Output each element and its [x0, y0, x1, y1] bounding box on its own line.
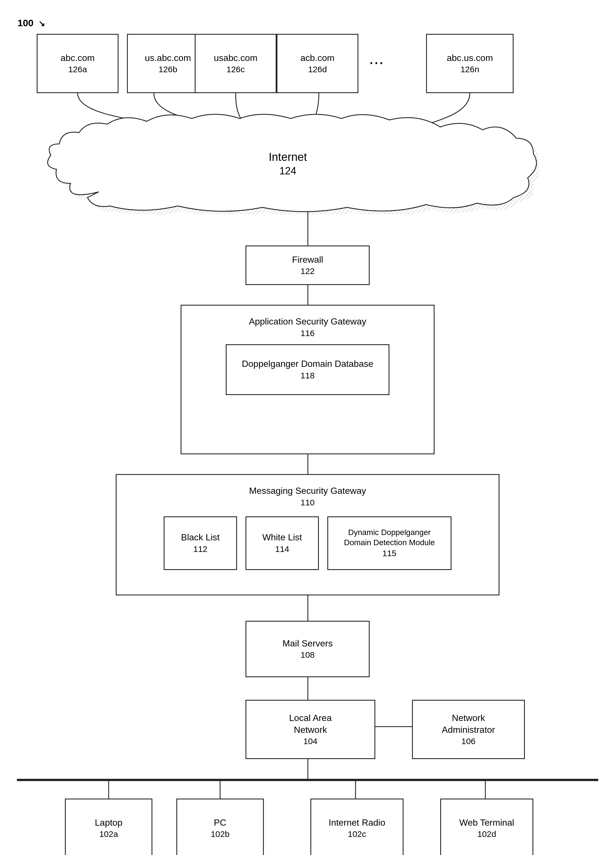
msg-sec-gateway-box: Messaging Security Gateway 110 Black Lis…	[116, 474, 500, 595]
web-terminal-box: Web Terminal 102d	[440, 798, 533, 855]
internet-cloud: Internet 124	[37, 104, 539, 215]
net-admin-box: Network Administrator 106	[412, 700, 525, 759]
domain-box-126n: abc.us.com 126n	[426, 34, 513, 93]
svg-text:Internet: Internet	[269, 151, 307, 163]
internet-radio-box: Internet Radio 102c	[310, 798, 403, 855]
app-sec-gateway-box: Application Security Gateway 116 Doppelg…	[181, 305, 435, 454]
domain-box-126d: acb.com 126d	[277, 34, 359, 93]
doppelganger-db-box: Doppelganger Domain Database 118	[226, 344, 389, 395]
mail-servers-box: Mail Servers 108	[245, 621, 370, 677]
dynamic-module-box: Dynamic Doppelganger Domain Detection Mo…	[327, 516, 452, 570]
ellipsis: ···	[370, 57, 385, 70]
laptop-box: Laptop 102a	[65, 798, 152, 855]
diagram: 100 ↘ abc.com 126a us.abc.com 126b usabc…	[0, 0, 616, 855]
svg-text:124: 124	[279, 165, 296, 177]
black-list-box: Black List 112	[164, 516, 237, 570]
lan-box: Local Area Network 104	[245, 700, 375, 759]
firewall-box: Firewall 122	[245, 245, 370, 285]
pc-box: PC 102b	[176, 798, 264, 855]
domain-box-126c: usabc.com 126c	[195, 34, 277, 93]
diagram-label: 100 ↘	[17, 17, 45, 29]
white-list-box: White List 114	[245, 516, 319, 570]
domain-box-126a: abc.com 126a	[37, 34, 118, 93]
bus-line	[17, 779, 598, 781]
